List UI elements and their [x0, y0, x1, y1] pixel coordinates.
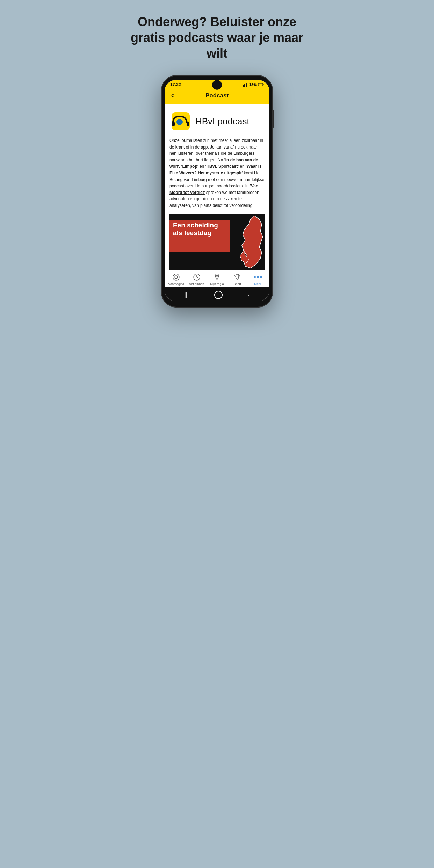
- nav-item-voorpagina[interactable]: Voorpagina: [167, 273, 185, 286]
- nav-item-net-binnen[interactable]: Net binnen: [188, 273, 205, 286]
- link-moord-verdict[interactable]: 'Van Moord tot Verdict': [169, 183, 258, 195]
- battery-level: 13%: [249, 82, 257, 87]
- image-title: Een scheiding als feestdag: [173, 222, 224, 238]
- nav-label-sport: Sport: [234, 282, 241, 286]
- trophy-icon: [233, 273, 241, 281]
- svg-rect-8: [172, 122, 175, 126]
- battery-icon: [258, 83, 264, 86]
- phone-side-button: [273, 110, 274, 128]
- svg-rect-1: [244, 84, 245, 87]
- svg-line-16: [197, 277, 198, 278]
- svg-rect-0: [243, 85, 244, 87]
- podcast-image-card[interactable]: Een scheiding als feestdag: [169, 214, 265, 270]
- link-sportcast[interactable]: 'HBvL Sportcast': [205, 164, 239, 169]
- content-area: HBvLpodcast Onze journalisten zijn niet …: [165, 104, 269, 270]
- svg-rect-9: [187, 122, 189, 126]
- podcast-description: Onze journalisten zijn niet meer alleen …: [169, 137, 265, 209]
- podcast-brand: HBvLpodcast: [195, 117, 249, 126]
- svg-point-17: [216, 275, 218, 276]
- back-button[interactable]: <: [170, 91, 175, 100]
- header-title: Podcast: [205, 92, 229, 99]
- header-bar: < Podcast: [165, 88, 269, 104]
- link-limpop[interactable]: 'Limpop': [181, 164, 198, 169]
- svg-rect-5: [263, 84, 264, 85]
- podcast-icon: [169, 110, 192, 132]
- svg-rect-4: [259, 84, 259, 86]
- recent-apps-button[interactable]: |||: [184, 292, 188, 298]
- phone-mockup: 17:22 13% < Podcast: [161, 75, 273, 308]
- nav-label-mijn-regio: Mijn regio: [210, 282, 224, 286]
- back-gesture-button[interactable]: ‹: [248, 292, 250, 298]
- home-circle-icon: [172, 273, 180, 281]
- status-icons: 13%: [243, 82, 264, 87]
- phone-screen: 17:22 13% < Podcast: [165, 80, 269, 301]
- podcast-logo-row: HBvLpodcast: [169, 110, 265, 132]
- bottom-nav: Voorpagina Net binnen: [165, 270, 269, 287]
- svg-point-7: [176, 119, 183, 125]
- image-bg: Een scheiding als feestdag: [169, 214, 265, 270]
- dots-icon: [254, 273, 262, 281]
- location-icon: [213, 273, 221, 281]
- phone-home-bar: ||| ‹: [165, 287, 269, 301]
- nav-label-net-binnen: Net binnen: [189, 282, 204, 286]
- svg-rect-2: [246, 83, 247, 87]
- home-button[interactable]: [214, 291, 223, 299]
- clock-icon: [193, 273, 201, 281]
- headphones-icon: [169, 110, 192, 132]
- limburg-map-icon: [223, 214, 265, 270]
- nav-item-meer[interactable]: Meer: [249, 273, 267, 286]
- phone-notch: [212, 80, 222, 90]
- image-title-text: Een scheiding als feestdag: [173, 222, 224, 238]
- nav-label-meer: Meer: [254, 282, 261, 286]
- nav-item-sport[interactable]: Sport: [229, 273, 246, 286]
- signal-icon: [243, 82, 248, 87]
- nav-item-mijn-regio[interactable]: Mijn regio: [208, 273, 226, 286]
- nav-label-voorpagina: Voorpagina: [168, 282, 184, 286]
- status-time: 17:22: [170, 82, 181, 87]
- svg-point-11: [175, 276, 178, 279]
- page-headline: Onderweg? Beluister onze gratis podcasts…: [116, 14, 319, 61]
